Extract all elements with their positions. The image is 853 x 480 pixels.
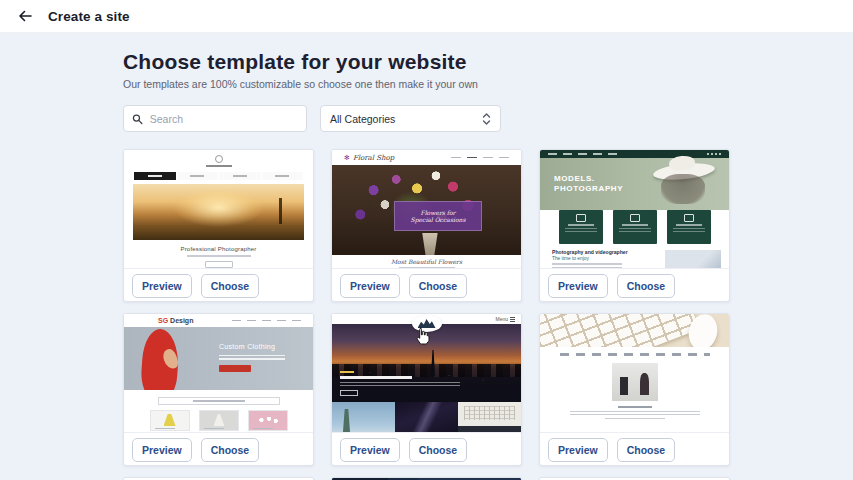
mini-headline-line1: MODELS. [554, 174, 623, 184]
mini-fence-post [279, 198, 282, 224]
preview-button[interactable]: Preview [340, 438, 400, 462]
mini-vase [419, 233, 441, 255]
mini-feature-card [667, 210, 711, 244]
mini-post-night-sky [395, 402, 458, 433]
mini-banner-line1: Flowers for [421, 209, 456, 216]
mini-product-white-dress [199, 410, 239, 431]
mini-social-icons [707, 153, 721, 155]
mini-category-tag [340, 371, 354, 373]
mini-cta-button [219, 365, 251, 372]
template-grid: Professional Photographer Preview Choose… [123, 149, 733, 480]
arrow-left-icon [17, 8, 33, 24]
mini-content-image [665, 250, 721, 269]
mini-post-statue-of-liberty [332, 402, 395, 433]
mini-text-placeholder [552, 263, 622, 269]
preview-button[interactable]: Preview [340, 274, 400, 298]
main-content: Choose template for your website Our tem… [0, 33, 853, 480]
mini-content-row: Photography and videographer The time to… [552, 250, 721, 269]
mini-section-title-bar [158, 397, 280, 405]
select-chevrons-icon [482, 112, 491, 126]
template-thumbnail-city-blog[interactable]: Menu [332, 314, 521, 433]
camera-icon [576, 214, 586, 222]
preview-button[interactable]: Preview [548, 438, 608, 462]
choose-button[interactable]: Choose [617, 274, 676, 298]
mini-caption-sub-placeholder [605, 418, 665, 420]
search-box[interactable] [123, 105, 307, 132]
choose-button[interactable]: Choose [201, 274, 260, 298]
mini-keyboard [540, 314, 700, 347]
mini-hero-tulips-photo: Flowers for Special Occasions [332, 165, 521, 255]
mini-text-placeholder [219, 355, 285, 360]
choose-button[interactable]: Choose [201, 438, 260, 462]
template-card-sg-design[interactable]: SG Design Custom Clothing [123, 313, 314, 466]
mini-logo-text [206, 165, 232, 167]
choose-button[interactable]: Choose [409, 274, 468, 298]
hamburger-menu-icon [510, 317, 515, 322]
mini-hero-red-dress-photo: Custom Clothing [124, 327, 313, 390]
template-card-floral-shop[interactable]: ✻ Floral Shop Flowers for Special Occasi… [331, 149, 522, 302]
template-thumbnail-floral-shop[interactable]: ✻ Floral Shop Flowers for Special Occasi… [332, 150, 521, 269]
template-thumbnail-sg-design[interactable]: SG Design Custom Clothing [124, 314, 313, 433]
mini-nav-item [219, 172, 261, 180]
search-icon [132, 113, 143, 125]
mini-nav-item [134, 172, 176, 180]
mini-header: SG Design [124, 314, 313, 327]
mini-hero-sunset-photo [133, 184, 304, 240]
mini-model-hair [661, 174, 705, 204]
flower-icon: ✻ [344, 154, 350, 162]
mini-logo-text: Floral Shop [353, 154, 394, 162]
photo-icon [630, 214, 640, 222]
mouse-cursor-pointer-icon [414, 327, 430, 345]
preview-button[interactable]: Preview [132, 438, 192, 462]
template-card-business[interactable]: Preview Choose [539, 313, 730, 466]
mini-header: ✻ Floral Shop [332, 150, 521, 165]
filter-controls: All Categories [123, 105, 853, 132]
template-card-photographer[interactable]: Professional Photographer Preview Choose [123, 149, 314, 302]
video-icon [684, 214, 694, 222]
mini-feature-card [559, 210, 603, 244]
mini-promo-banner: Flowers for Special Occasions [394, 201, 482, 231]
mini-nav-item [262, 172, 304, 180]
page-header-title: Create a site [48, 9, 130, 24]
card-actions: Preview Choose [540, 269, 729, 302]
choose-button[interactable]: Choose [409, 438, 468, 462]
mini-caption-subtext [399, 267, 455, 269]
mini-nav [134, 172, 303, 180]
template-card-models-photography[interactable]: MODELS. PHOTOGRAPHY Photography and vide… [539, 149, 730, 302]
template-thumbnail-business[interactable] [540, 314, 729, 433]
mini-logo-mark [215, 155, 223, 163]
search-input[interactable] [150, 113, 298, 125]
preview-button[interactable]: Preview [132, 274, 192, 298]
mini-caption-title-placeholder [618, 406, 652, 408]
mini-post-tiles [332, 402, 521, 433]
template-thumbnail-models-photography[interactable]: MODELS. PHOTOGRAPHY Photography and vide… [540, 150, 729, 269]
mini-headline: MODELS. PHOTOGRAPHY [554, 174, 623, 194]
mini-paragraph-placeholder [570, 411, 700, 416]
mini-hero-text: Custom Clothing [219, 343, 285, 372]
template-card-city-blog[interactable]: Menu [331, 313, 522, 466]
mini-caption: Most Beautiful Flowers [332, 258, 521, 265]
preview-button[interactable]: Preview [548, 274, 608, 298]
category-select-value: All Categories [330, 113, 395, 125]
mini-hero-keyboard-photo [540, 314, 729, 347]
mini-feature-title: Photography and videographer [552, 250, 628, 255]
mini-menu: Menu [495, 316, 515, 322]
card-actions: Preview Choose [332, 433, 521, 466]
mini-logo-accent: SG [158, 317, 168, 324]
template-thumbnail-photographer[interactable]: Professional Photographer [124, 150, 313, 269]
mini-nav [451, 157, 509, 159]
card-actions: Preview Choose [124, 269, 313, 302]
mini-headline-line2: PHOTOGRAPHY [554, 184, 623, 194]
mini-feature-cards [540, 210, 729, 244]
mini-headline: Professional Photographer [124, 246, 313, 252]
choose-button[interactable]: Choose [617, 438, 676, 462]
mini-product-tiles [124, 410, 313, 431]
card-actions: Preview Choose [124, 433, 313, 466]
mini-product-pink-accessory [248, 410, 288, 431]
mini-cta-button [205, 261, 233, 268]
category-select[interactable]: All Categories [320, 105, 501, 132]
mini-subtext-placeholder [187, 255, 251, 257]
mini-article-text-placeholder [340, 382, 460, 387]
app-header: Create a site [0, 0, 853, 33]
back-button[interactable] [14, 5, 36, 27]
